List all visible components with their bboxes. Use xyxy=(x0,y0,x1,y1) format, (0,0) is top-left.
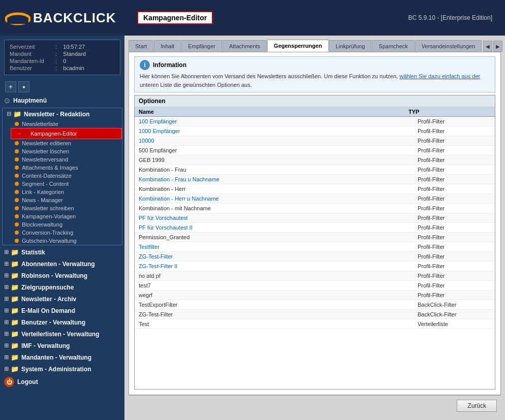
sidebar-section-2[interactable]: ⊞📁Robinson - Verwaltung xyxy=(0,270,124,281)
sidebar-section-6[interactable]: ⊞📁Benutzer - Verwaltung xyxy=(0,316,124,328)
tab-start[interactable]: Start xyxy=(129,40,153,52)
sidebar-newsletter-item-12[interactable]: Blockverwaltung xyxy=(11,220,122,229)
settings-icon-button[interactable]: ▪ xyxy=(18,81,29,92)
sidebar-newsletter-item-2[interactable]: Newsletter editieren xyxy=(11,139,122,147)
sidebar-item-label: Newsletterversand xyxy=(22,156,68,163)
option-typ: Profil-Filter xyxy=(414,290,495,300)
newsletter-redaktion-header[interactable]: ⊟ 📁 Newsletter - Redaktion xyxy=(3,108,122,120)
option-name[interactable]: Testfilter xyxy=(135,242,414,251)
option-row[interactable]: TestVerteilerliste xyxy=(135,319,495,329)
sidebar-newsletter-item-6[interactable]: Content-Datensätze xyxy=(11,172,122,180)
option-row[interactable]: Kombination - HerrProfil-Filter xyxy=(135,184,495,194)
option-name[interactable]: PF für Vorschautest II xyxy=(135,223,414,232)
sidebar-item-label: Kampagnen-Editor xyxy=(30,131,77,137)
expand-icon: ⊞ xyxy=(4,284,9,290)
option-row[interactable]: TestfilterProfil-Filter xyxy=(135,242,495,252)
sidebar-section-8[interactable]: ⊞📁IMF - Verwaltung xyxy=(0,340,124,351)
expand-icon: ⊞ xyxy=(4,307,9,314)
option-row[interactable]: ZG-Test-FilterBackClick-Filter xyxy=(135,310,495,319)
option-name[interactable]: 10000 xyxy=(135,136,414,145)
active-arrow-icon: → xyxy=(15,130,22,138)
option-name: test7 xyxy=(135,281,414,290)
option-row[interactable]: ZG-Test-Filter IIProfil-Filter xyxy=(135,262,495,271)
option-row[interactable]: no atd pfProfil-Filter xyxy=(135,271,495,281)
option-row[interactable]: 500 EmpfängerProfil-Filter xyxy=(135,146,495,155)
sidebar-newsletter-item-1[interactable]: →Kampagnen-Editor xyxy=(11,128,122,139)
option-row[interactable]: PF für Vorschautest IIProfil-Filter xyxy=(135,223,495,233)
option-row[interactable]: 10000Profil-Filter xyxy=(135,136,495,146)
tab-inhalt[interactable]: Inhalt xyxy=(154,40,181,52)
hauptmenu-item[interactable]: ⊙ Hauptmenü xyxy=(0,94,124,107)
option-typ: Profil-Filter xyxy=(414,223,495,232)
sidebar-section-10[interactable]: ⊞📁System - Administration xyxy=(0,363,124,375)
option-name[interactable]: Kombination - Frau u Nachname xyxy=(135,175,414,184)
logout-item[interactable]: ⏻ Logout xyxy=(0,375,124,389)
sidebar-newsletter-item-4[interactable]: Newsletterversand xyxy=(11,155,122,164)
option-row[interactable]: Kombination - Frau u NachnameProfil-Filt… xyxy=(135,175,495,184)
sidebar-section-7[interactable]: ⊞📁Verteilerlisten - Verwaltung xyxy=(0,328,124,340)
bullet-icon xyxy=(15,122,19,126)
sidebar-section-5[interactable]: ⊞📁E-Mail On Demand xyxy=(0,305,124,316)
option-name[interactable]: ZG-Test-Filter II xyxy=(135,262,414,271)
tab-linkpr-fung[interactable]: Linkprüfung xyxy=(329,40,372,52)
tab-attachments[interactable]: Attachments xyxy=(223,40,267,52)
tab-next-button[interactable]: ▶ xyxy=(493,41,502,52)
option-row[interactable]: test7Profil-Filter xyxy=(135,281,495,290)
option-row[interactable]: Kombination - mit NachnameProfil-Filter xyxy=(135,204,495,213)
sidebar-newsletter-item-14[interactable]: Gutschein-Verwaltung xyxy=(11,237,122,245)
sidebar-newsletter-item-0[interactable]: Newsletterliste xyxy=(11,120,122,128)
option-row[interactable]: 100 EmpfängerProfil-Filter xyxy=(135,117,495,126)
info-text: Hier können Sie Abonnenten vom Versand d… xyxy=(140,72,490,89)
option-typ: BackClick-Filter xyxy=(414,310,495,319)
option-row[interactable]: PF für VorschautestProfil-Filter xyxy=(135,213,495,223)
option-name[interactable]: Kombination - Herr u Nachname xyxy=(135,194,414,203)
bullet-icon xyxy=(15,198,19,202)
option-row[interactable]: Permission_GrantedProfil-Filter xyxy=(135,233,495,242)
option-name[interactable]: ZG-Test-Filter xyxy=(135,252,414,261)
tab-prev-button[interactable]: ◀ xyxy=(483,41,492,52)
option-row[interactable]: ZG-Test-FilterProfil-Filter xyxy=(135,252,495,262)
sidebar-newsletter-item-11[interactable]: Kampagnen-Vorlagen xyxy=(11,212,122,220)
sidebar-newsletter-item-7[interactable]: Segment - Content xyxy=(11,180,122,188)
sidebar-section-0[interactable]: ⊞📁Statistik xyxy=(0,246,124,258)
sidebar-section-9[interactable]: ⊞📁Mandanten - Verwaltung xyxy=(0,351,124,363)
tab-gegensperrungen[interactable]: Gegensperrungen xyxy=(267,40,329,52)
sidebar-newsletter-item-8[interactable]: Link - Kategorien xyxy=(11,188,122,196)
option-typ: Profil-Filter xyxy=(414,204,495,213)
option-row[interactable]: Kombination - FrauProfil-Filter xyxy=(135,165,495,175)
option-row[interactable]: TestExportFilterBackClick-Filter xyxy=(135,300,495,310)
sidebar-newsletter-item-3[interactable]: Newsletter löschen xyxy=(11,147,122,155)
sidebar-newsletter-item-9[interactable]: News - Manager xyxy=(11,196,122,204)
sidebar-section-label: IMF - Verwaltung xyxy=(21,342,70,349)
option-typ: Profil-Filter xyxy=(414,271,495,280)
info-link[interactable]: wählen Sie dazu einfach aus der xyxy=(399,73,480,79)
sidebar-section-4[interactable]: ⊞📁Newsletter - Archiv xyxy=(0,293,124,305)
tab-spamcheck[interactable]: Spamcheck xyxy=(372,40,414,52)
add-icon-button[interactable]: ＋ xyxy=(5,81,16,92)
option-name[interactable]: PF für Vorschautest xyxy=(135,213,414,222)
sidebar-newsletter-item-5[interactable]: Attachments & Images xyxy=(11,164,122,172)
tab-versandeinstellungen[interactable]: Versandeinstellungen xyxy=(415,40,482,52)
option-row[interactable]: GEB 1999Profil-Filter xyxy=(135,155,495,165)
option-row[interactable]: wegrfProfil-Filter xyxy=(135,290,495,300)
sidebar-section-3[interactable]: ⊞📁Zielgruppensuche xyxy=(0,281,124,293)
sidebar-section-1[interactable]: ⊞📁Abonnenten - Verwaltung xyxy=(0,258,124,270)
folder-icon: 📁 xyxy=(11,295,19,303)
folder-icon: 📁 xyxy=(11,342,19,349)
serverzeit-label: Serverzeit xyxy=(9,43,54,50)
sidebar-newsletter-item-13[interactable]: Conversion-Tracking xyxy=(11,229,122,237)
bullet-icon xyxy=(15,190,19,194)
folder-icon: 📁 xyxy=(11,307,19,314)
content-area: StartInhaltEmpfängerAttachmentsGegensper… xyxy=(124,36,505,420)
tab-empf-nger[interactable]: Empfänger xyxy=(181,40,222,52)
sidebar-newsletter-item-10[interactable]: Newsletter schreiben xyxy=(11,204,122,212)
option-typ: Profil-Filter xyxy=(414,165,495,174)
option-name[interactable]: 100 Empfänger xyxy=(135,117,414,126)
option-typ: Profil-Filter xyxy=(414,252,495,261)
option-name[interactable]: 1000 Empfänger xyxy=(135,126,414,136)
bullet-icon xyxy=(15,141,19,145)
option-row[interactable]: 1000 EmpfängerProfil-Filter xyxy=(135,126,495,136)
option-row[interactable]: Kombination - Herr u NachnameProfil-Filt… xyxy=(135,194,495,204)
option-typ: Verteilerliste xyxy=(414,319,495,329)
zuruck-button[interactable]: Zurück xyxy=(457,400,497,412)
